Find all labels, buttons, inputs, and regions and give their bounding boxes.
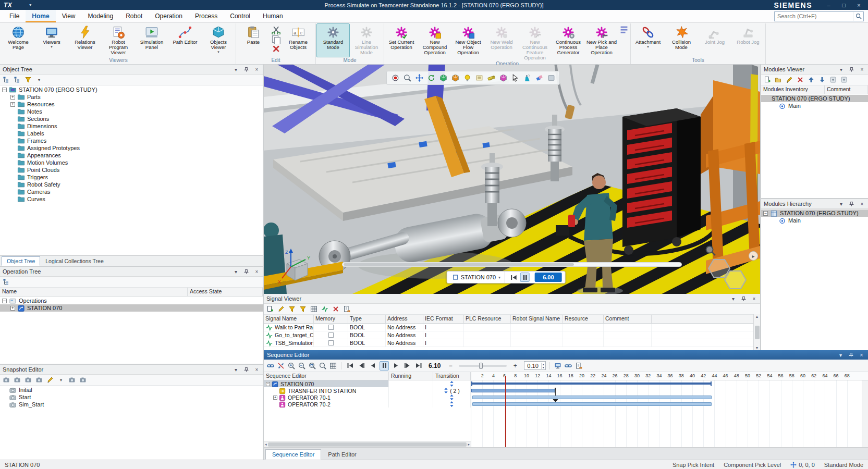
module-item-main[interactable]: Main	[761, 102, 868, 109]
unlink-icon[interactable]	[277, 362, 285, 369]
welcome-page-button[interactable]: Welcome Page	[2, 23, 35, 57]
maximize-button[interactable]: □	[837, 1, 851, 9]
collapse-expander-icon[interactable]: −	[2, 88, 7, 92]
standard-mode-button[interactable]: Standard Mode	[316, 23, 350, 57]
object-tree-item-parts[interactable]: +Parts	[0, 93, 263, 101]
sequence-row-operator-70-2[interactable]: OPERATOR 70-2	[264, 401, 471, 408]
memory-checkbox[interactable]	[328, 340, 334, 345]
transition-cell[interactable]: ( 2 )	[433, 387, 471, 394]
new-weld-operation-button[interactable]: New Weld Operation	[485, 23, 518, 61]
object-tree-item-station-070-ergo-study[interactable]: −STATION 070 (ERGO STUDY)	[0, 86, 263, 93]
panel-menu-icon[interactable]: ▾	[233, 268, 239, 275]
viewport-slider-thumb[interactable]	[344, 263, 574, 266]
collapse-expander-icon[interactable]: −	[2, 299, 7, 303]
play-reverse-button[interactable]	[368, 361, 377, 371]
menu-item-process[interactable]: Process	[189, 10, 224, 22]
pin-icon[interactable]	[243, 268, 250, 275]
paste-button[interactable]: Paste	[237, 23, 270, 57]
gantt-vscrollbar[interactable]	[862, 380, 868, 447]
panel-menu-icon[interactable]: ▾	[233, 366, 239, 373]
navigation-cube[interactable]: Z Y X	[274, 247, 318, 291]
object-tree-item-sections[interactable]: Sections	[0, 115, 263, 122]
timeline-zoom-in-button[interactable]: +	[510, 361, 520, 371]
note-icon[interactable]	[475, 74, 483, 82]
close-icon[interactable]: ×	[859, 201, 865, 207]
scroll-right-icon[interactable]: ▸	[468, 442, 470, 447]
close-icon[interactable]: ×	[253, 66, 260, 73]
object-tree-item-frames[interactable]: Frames	[0, 137, 263, 144]
edit-module-icon[interactable]	[785, 76, 793, 84]
menu-item-operation[interactable]: Operation	[149, 10, 189, 22]
column-header-address[interactable]: Address	[386, 315, 423, 323]
search-icon[interactable]	[853, 12, 863, 21]
expand-expander-icon[interactable]: +	[10, 95, 15, 100]
column-header-plc-resource[interactable]: PLC Resource	[464, 315, 511, 323]
column-header-transition[interactable]: Transition	[433, 372, 471, 380]
pin-icon[interactable]	[848, 352, 854, 359]
validate-signals-icon[interactable]	[321, 305, 329, 313]
record-icon[interactable]	[391, 74, 399, 82]
step-back-button[interactable]	[357, 361, 366, 371]
transition-icon[interactable]	[449, 394, 454, 400]
memory-checkbox[interactable]	[328, 325, 334, 330]
time-step-spinner[interactable]: 0.10▴▾	[524, 361, 545, 370]
edit-snapshot-icon[interactable]	[46, 376, 54, 384]
bulb-icon[interactable]	[463, 74, 471, 82]
tab-logical-collections-tree[interactable]: Logical Collections Tree	[40, 256, 108, 266]
object-tree-item-cameras[interactable]: Cameras	[0, 188, 263, 195]
new-snapshot-icon[interactable]	[2, 376, 10, 384]
rotate-icon[interactable]	[427, 74, 435, 82]
zoom-in-icon[interactable]	[287, 362, 296, 369]
transition-icon[interactable]	[449, 381, 454, 387]
component-pick-level[interactable]: Component Pick Level	[724, 462, 781, 468]
column-header-comment[interactable]: Comment	[825, 85, 868, 94]
panel-menu-icon[interactable]: ▾	[837, 352, 844, 359]
path-editor-button[interactable]: Path Editor	[168, 23, 202, 57]
object-tree-item-robot-safety[interactable]: Robot Safety	[0, 181, 263, 188]
sequence-hscrollbar[interactable]: ◂▸	[264, 441, 471, 447]
expand-expander-icon[interactable]: +	[273, 396, 277, 400]
move-up-icon[interactable]	[807, 76, 815, 84]
hierarchy-item-main[interactable]: Main	[761, 217, 868, 224]
gantt-bar-trasnfer-into-station[interactable]	[471, 389, 555, 392]
object-tree-item-dimensions[interactable]: Dimensions	[0, 122, 263, 130]
collision-mode-button[interactable]: Collision Mode	[665, 23, 698, 57]
pin-icon[interactable]	[848, 201, 855, 207]
playhead[interactable]	[505, 376, 506, 447]
expand-expander-icon[interactable]: +	[10, 306, 15, 311]
relations-viewer-button[interactable]: Relations Viewer	[68, 23, 102, 57]
snapshot-item-start[interactable]: Start	[0, 393, 263, 401]
panel-menu-icon[interactable]: ▾	[838, 201, 845, 207]
column-header-memory[interactable]: Memory	[314, 315, 348, 323]
panel-menu-icon[interactable]: ▾	[838, 66, 845, 73]
collapse-expander-icon[interactable]: −	[266, 382, 270, 386]
station-selector[interactable]: STATION 070 ▾	[449, 271, 505, 283]
new-compound-operation-button[interactable]: New Compound Operation	[418, 23, 451, 61]
remove-signals-icon[interactable]	[332, 305, 340, 313]
close-button[interactable]: ×	[852, 1, 866, 9]
gantt-bar-station-070[interactable]	[471, 382, 712, 385]
panel-menu-icon[interactable]: ▾	[233, 66, 239, 73]
close-icon[interactable]: ×	[253, 268, 260, 275]
menu-item-robot[interactable]: Robot	[119, 10, 149, 22]
menu-item-view[interactable]: View	[56, 10, 82, 22]
object-tree-item-notes[interactable]: Notes	[0, 108, 263, 115]
promote-icon[interactable]	[829, 76, 837, 84]
module-item-station-070-ergo-study[interactable]: STATION 070 (ERGO STUDY)	[761, 95, 868, 102]
timeline-zoom-slider[interactable]	[459, 365, 507, 367]
pause-button[interactable]	[380, 361, 389, 371]
filter-signals-icon[interactable]	[288, 305, 296, 313]
screen-display-icon[interactable]	[554, 362, 562, 369]
snap-pick-intent[interactable]: Snap Pick Intent	[673, 462, 714, 468]
object-tree-item-resources[interactable]: +Resources	[0, 101, 263, 108]
signal-row-go-to-target-o[interactable]: Go_to_target_O...BOOLNo AddressI	[264, 331, 760, 339]
tree-collapse-icon[interactable]	[13, 76, 21, 84]
link-icon[interactable]	[266, 362, 275, 369]
hexagon-widget-icon[interactable]	[703, 258, 747, 291]
column-header-robot-signal-name[interactable]: Robot Signal Name	[511, 315, 563, 323]
skip-start-button[interactable]	[509, 273, 518, 282]
gantt-bar-operator-70-2[interactable]	[472, 402, 712, 406]
move-down-icon[interactable]	[818, 76, 826, 84]
tree-view-icon[interactable]	[2, 278, 10, 286]
wireframe-cube-icon[interactable]	[451, 74, 459, 82]
